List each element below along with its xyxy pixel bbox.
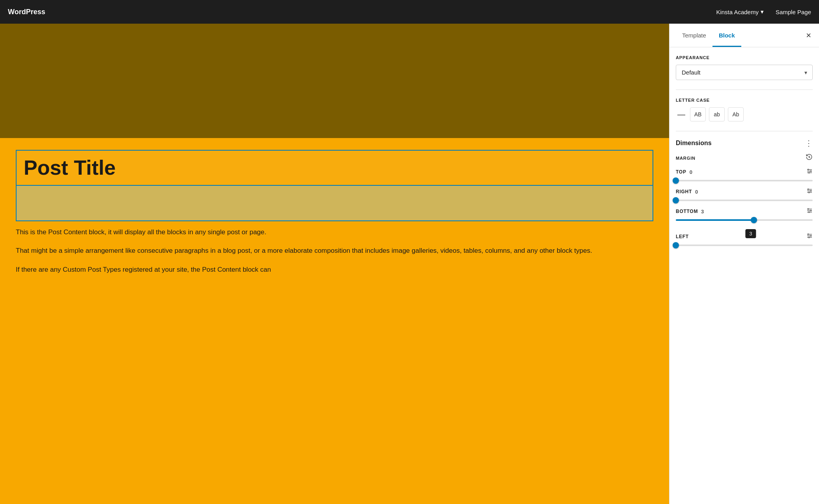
dimensions-title: Dimensions bbox=[676, 140, 712, 147]
dimensions-menu-button[interactable]: ⋮ bbox=[805, 139, 813, 147]
lowercase-button[interactable]: ab bbox=[709, 107, 725, 121]
post-title: Post Title bbox=[24, 156, 116, 179]
appearance-section: APPEARANCE Default Primary Secondary bbox=[676, 55, 813, 80]
main-layout: Post Title This is the Post Content bloc… bbox=[0, 24, 819, 504]
site-menu-link[interactable]: Kinsta Academy ▾ bbox=[716, 8, 764, 15]
svg-point-10 bbox=[808, 189, 809, 190]
letter-case-section: LETTER CASE — AB ab Ab bbox=[676, 98, 813, 121]
uppercase-button[interactable]: AB bbox=[690, 107, 706, 121]
margin-left-label: LEFT bbox=[676, 234, 692, 239]
divider-2 bbox=[676, 131, 813, 131]
margin-right-value: 0 bbox=[695, 189, 698, 195]
margin-bottom-slider-container: 3 bbox=[676, 219, 813, 226]
site-menu-label: Kinsta Academy bbox=[716, 9, 759, 15]
margin-left-options-button[interactable] bbox=[806, 233, 813, 241]
margin-bottom-thumb[interactable]: 3 bbox=[751, 217, 757, 223]
sidebar-tabs: Template Block bbox=[676, 24, 741, 47]
margin-right-row: RIGHT 0 bbox=[676, 188, 813, 201]
svg-point-12 bbox=[808, 192, 810, 193]
margin-left-slider[interactable] bbox=[676, 245, 813, 246]
svg-point-16 bbox=[808, 209, 809, 210]
margin-left-row: LEFT bbox=[676, 233, 813, 246]
wordpress-logo: WordPress bbox=[8, 8, 45, 16]
margin-section: MARGIN TOP 0 bbox=[676, 153, 813, 246]
tab-block[interactable]: Block bbox=[712, 25, 741, 47]
right-sidebar: Template Block × APPEARANCE Default Prim… bbox=[669, 24, 819, 504]
svg-point-24 bbox=[808, 237, 810, 238]
post-para3: If there are any Custom Post Types regis… bbox=[16, 264, 653, 275]
letter-case-options: — AB ab Ab bbox=[676, 107, 813, 121]
margin-top-options-button[interactable] bbox=[806, 168, 813, 176]
margin-top-row: TOP 0 bbox=[676, 168, 813, 181]
margin-bottom-header: BOTTOM 3 bbox=[676, 207, 813, 215]
margin-bottom-fill bbox=[676, 219, 754, 221]
post-title-block[interactable]: Post Title bbox=[16, 150, 653, 186]
close-button[interactable]: × bbox=[804, 30, 813, 41]
appearance-dropdown[interactable]: Default Primary Secondary bbox=[676, 65, 813, 80]
margin-header: MARGIN bbox=[676, 153, 813, 162]
svg-point-4 bbox=[808, 169, 809, 170]
svg-point-11 bbox=[810, 190, 812, 192]
svg-point-5 bbox=[810, 171, 812, 172]
margin-left-thumb[interactable] bbox=[673, 242, 679, 248]
margin-left-header: LEFT bbox=[676, 233, 813, 241]
margin-bottom-value: 3 bbox=[701, 209, 704, 215]
featured-image bbox=[0, 24, 669, 138]
margin-right-slider[interactable] bbox=[676, 200, 813, 201]
sidebar-header: Template Block × bbox=[669, 24, 819, 47]
letter-case-label: LETTER CASE bbox=[676, 98, 813, 103]
post-content-placeholder bbox=[16, 186, 653, 221]
top-nav: WordPress Kinsta Academy ▾ Sample Page bbox=[0, 0, 819, 24]
margin-bottom-label: BOTTOM 3 bbox=[676, 209, 704, 215]
content-area: Post Title This is the Post Content bloc… bbox=[0, 138, 669, 287]
margin-bottom-row: BOTTOM 3 bbox=[676, 207, 813, 226]
svg-point-6 bbox=[808, 172, 810, 174]
margin-right-thumb[interactable] bbox=[673, 197, 679, 203]
svg-point-22 bbox=[808, 234, 809, 235]
divider-1 bbox=[676, 90, 813, 90]
post-content-description: This is the Post Content block, it will … bbox=[16, 227, 653, 237]
margin-reset-button[interactable] bbox=[806, 153, 813, 162]
margin-right-options-button[interactable] bbox=[806, 188, 813, 196]
svg-point-23 bbox=[810, 235, 812, 237]
svg-point-18 bbox=[808, 212, 810, 213]
sample-page-link[interactable]: Sample Page bbox=[776, 9, 811, 15]
margin-top-value: 0 bbox=[690, 169, 693, 175]
margin-bottom-options-button[interactable] bbox=[806, 207, 813, 215]
tab-template[interactable]: Template bbox=[676, 25, 712, 47]
margin-top-thumb[interactable] bbox=[673, 177, 679, 184]
margin-bottom-slider[interactable]: 3 bbox=[676, 219, 813, 221]
margin-right-label: RIGHT 0 bbox=[676, 189, 698, 195]
letter-case-none-icon[interactable]: — bbox=[676, 110, 687, 119]
appearance-label: APPEARANCE bbox=[676, 55, 813, 60]
margin-label: MARGIN bbox=[676, 156, 696, 161]
chevron-down-icon: ▾ bbox=[761, 8, 764, 15]
canvas-area: Post Title This is the Post Content bloc… bbox=[0, 24, 669, 504]
appearance-dropdown-wrapper: Default Primary Secondary bbox=[676, 65, 813, 80]
margin-top-label: TOP 0 bbox=[676, 169, 693, 175]
margin-top-header: TOP 0 bbox=[676, 168, 813, 176]
margin-right-header: RIGHT 0 bbox=[676, 188, 813, 196]
dimensions-header: Dimensions ⋮ bbox=[676, 139, 813, 147]
capitalize-button[interactable]: Ab bbox=[728, 107, 744, 121]
sidebar-content: APPEARANCE Default Primary Secondary LET… bbox=[669, 47, 819, 504]
top-nav-right: Kinsta Academy ▾ Sample Page bbox=[716, 8, 811, 15]
margin-top-slider[interactable] bbox=[676, 180, 813, 181]
svg-point-17 bbox=[810, 210, 812, 211]
post-para2: That might be a simple arrangement like … bbox=[16, 245, 653, 256]
margin-bottom-tooltip: 3 bbox=[745, 229, 756, 238]
